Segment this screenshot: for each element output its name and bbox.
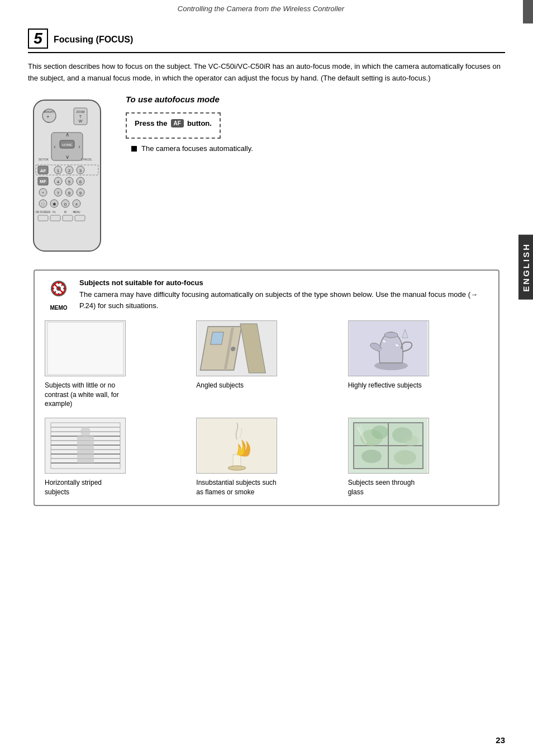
subject-label-6: Subjects seen through glass xyxy=(348,478,429,497)
main-content: 5 Focusing (FOCUS) This section describe… xyxy=(0,17,533,523)
svg-point-111 xyxy=(361,450,382,463)
svg-text:ZOOM: ZOOM xyxy=(77,110,85,114)
subject-item-4: Horizontally striped subjects xyxy=(45,418,185,497)
subject-label-3: Highly reflective subjects xyxy=(348,381,422,390)
press-label: Press the xyxy=(135,119,168,127)
language-sidebar: ENGLISH xyxy=(518,235,533,300)
subject-image-2 xyxy=(196,320,277,376)
header-title: Controlling the Camera from the Wireless… xyxy=(0,4,522,13)
autofocus-note: The camera focuses automatically. xyxy=(126,144,505,153)
svg-text:5: 5 xyxy=(68,179,71,185)
focus-layout: BRIGHT + – ZOOM T W HOME ‹ › ∧ ∨ SET/O xyxy=(28,94,505,258)
subject-image-4 xyxy=(45,418,126,474)
svg-rect-0 xyxy=(34,100,101,251)
svg-text:AF: AF xyxy=(40,168,46,173)
memo-icon-svg xyxy=(47,278,70,302)
press-instruction: Press the AF button. xyxy=(135,119,212,127)
svg-text:0: 0 xyxy=(64,202,67,207)
svg-text:9: 9 xyxy=(79,191,82,196)
svg-rect-98 xyxy=(77,435,94,463)
section-title: Focusing (FOCUS) xyxy=(54,31,133,46)
svg-text:7: 7 xyxy=(57,191,60,196)
subject-image-6 xyxy=(348,418,429,474)
memo-text: The camera may have difficulty focusing … xyxy=(79,289,488,311)
af-button-icon: AF xyxy=(171,119,184,127)
subjects-grid: Subjects with little or no contrast (a w… xyxy=(45,320,488,497)
svg-text:⬚: ⬚ xyxy=(41,202,45,206)
subject-item-3: Highly reflective subjects xyxy=(348,320,488,409)
svg-rect-78 xyxy=(210,332,223,344)
svg-point-81 xyxy=(384,332,398,338)
svg-text:4: 4 xyxy=(57,179,60,185)
svg-text:1: 1 xyxy=(57,168,60,173)
memo-box: MEMO Subjects not suitable for auto-focu… xyxy=(34,270,499,506)
svg-text:ON SCREEN: ON SCREEN xyxy=(36,211,51,214)
remote-control: BRIGHT + – ZOOM T W HOME ‹ › ∧ ∨ SET/O xyxy=(28,94,115,258)
subject-label-1: Subjects with little or no contrast (a w… xyxy=(45,381,126,409)
svg-text:∧: ∧ xyxy=(65,131,69,138)
section-number: 5 xyxy=(28,29,48,49)
subject-item-6: Subjects seen through glass xyxy=(348,418,488,497)
svg-text:CANCEL: CANCEL xyxy=(81,158,93,161)
intro-text: This section describes how to focus on t… xyxy=(28,61,505,84)
svg-text:✱: ✱ xyxy=(53,202,56,207)
svg-text:W: W xyxy=(79,119,83,123)
svg-text:ID: ID xyxy=(64,211,67,214)
page-number: 23 xyxy=(496,735,505,745)
svg-text:T: T xyxy=(79,115,82,119)
subject-item-2: Angled subjects xyxy=(196,320,336,409)
page-header: Controlling the Camera from the Wireless… xyxy=(0,0,533,17)
svg-rect-57 xyxy=(63,215,73,221)
svg-rect-58 xyxy=(75,215,85,221)
svg-text:8: 8 xyxy=(68,191,71,196)
svg-text:MENU: MENU xyxy=(73,211,80,214)
svg-rect-56 xyxy=(50,215,60,221)
svg-point-112 xyxy=(394,450,416,465)
press-instruction-box: Press the AF button. xyxy=(126,112,221,139)
memo-heading: Subjects not suitable for auto-focus xyxy=(79,278,488,287)
autofocus-note-text: The camera focuses automatically. xyxy=(141,144,253,153)
press-suffix: button. xyxy=(187,119,212,127)
svg-text:3: 3 xyxy=(79,168,82,173)
svg-rect-72 xyxy=(47,322,123,375)
svg-point-99 xyxy=(80,427,91,437)
header-accent xyxy=(523,0,533,23)
remote-svg: BRIGHT + – ZOOM T W HOME ‹ › ∧ ∨ SET/O xyxy=(28,94,106,257)
svg-text:∨: ∨ xyxy=(65,154,69,160)
svg-rect-55 xyxy=(38,215,48,221)
svg-text:–: – xyxy=(46,119,49,125)
memo-icon-container: MEMO xyxy=(45,278,73,311)
svg-text:*: * xyxy=(42,191,44,196)
subject-item-1: Subjects with little or no contrast (a w… xyxy=(45,320,185,409)
subject-image-5 xyxy=(196,418,277,474)
svg-text:#: # xyxy=(75,202,78,206)
section-heading: 5 Focusing (FOCUS) xyxy=(28,29,505,53)
svg-text:‹: ‹ xyxy=(54,144,55,150)
autofocus-instructions: To use autofocus mode Press the AF butto… xyxy=(126,94,505,258)
svg-text:MF: MF xyxy=(40,179,46,184)
memo-header: MEMO Subjects not suitable for auto-focu… xyxy=(45,278,488,311)
memo-label: MEMO xyxy=(45,305,73,311)
svg-point-110 xyxy=(403,435,418,446)
memo-content: Subjects not suitable for auto-focus The… xyxy=(79,278,488,311)
autofocus-title: To use autofocus mode xyxy=(126,94,505,104)
svg-point-102 xyxy=(228,466,246,470)
svg-text:HOME: HOME xyxy=(62,143,72,147)
subject-item-5: Insubstantial subjects such as flames or… xyxy=(196,418,336,497)
subject-label-2: Angled subjects xyxy=(196,381,244,390)
svg-text:›: › xyxy=(78,144,80,150)
svg-text:2: 2 xyxy=(68,168,71,173)
svg-text:SET/OK: SET/OK xyxy=(39,158,49,161)
svg-point-108 xyxy=(372,426,388,439)
svg-text:6: 6 xyxy=(79,179,82,185)
subject-label-4: Horizontally striped subjects xyxy=(45,478,126,497)
subject-label-5: Insubstantial subjects such as flames or… xyxy=(196,478,277,497)
subject-image-3 xyxy=(348,320,429,376)
svg-text:Fn: Fn xyxy=(53,211,56,214)
bullet-icon xyxy=(131,146,137,152)
subject-image-1 xyxy=(45,320,126,376)
svg-text:BRIGHT: BRIGHT xyxy=(44,110,55,114)
